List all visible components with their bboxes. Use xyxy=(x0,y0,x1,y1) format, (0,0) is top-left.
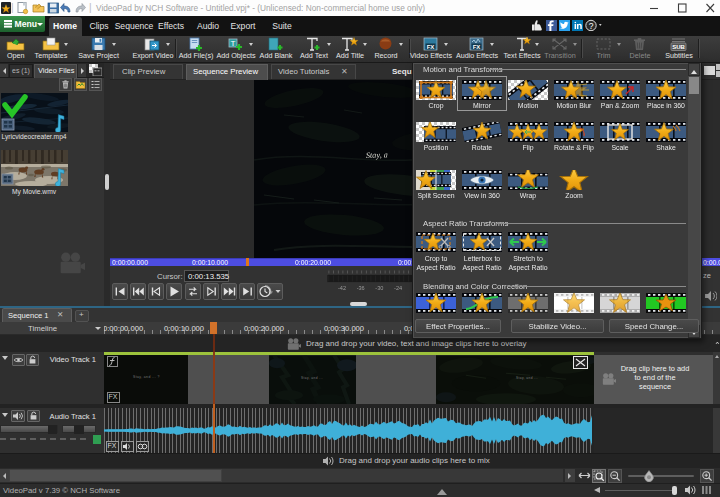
svg-text:FX: FX xyxy=(473,44,481,50)
svg-text:SUB: SUB xyxy=(672,44,685,50)
svg-text:?: ? xyxy=(589,21,594,31)
svg-text:-36: -36 xyxy=(357,285,365,291)
svg-text:T: T xyxy=(231,39,236,48)
svg-text:Stay, and ...: Stay, and ... xyxy=(301,376,323,380)
svg-text:-42: -42 xyxy=(338,285,346,291)
svg-text:0:00:00.000: 0:00:00.000 xyxy=(104,324,143,333)
svg-text:Stay, a: Stay, a xyxy=(366,150,388,160)
svg-text:FX: FX xyxy=(427,44,435,50)
svg-text:0:00:10.000: 0:00:10.000 xyxy=(164,324,204,333)
svg-text:-24: -24 xyxy=(394,285,402,291)
svg-text:0:00:30.000: 0:00:30.000 xyxy=(324,324,364,333)
svg-text:-30: -30 xyxy=(375,285,383,291)
svg-text:Stay, and ...: Stay, and ... xyxy=(516,376,538,380)
svg-text:0:00:20.000: 0:00:20.000 xyxy=(244,324,284,333)
